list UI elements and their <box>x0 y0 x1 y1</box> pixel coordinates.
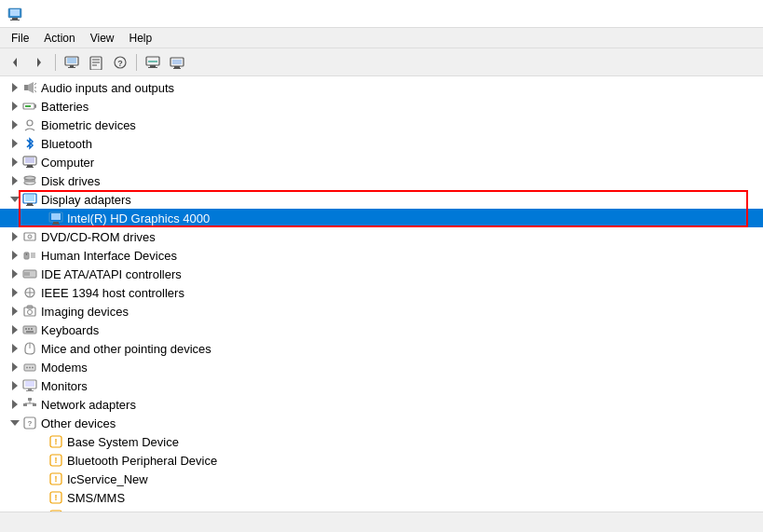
tree-item-disk[interactable]: Disk drives <box>0 171 763 190</box>
svg-rect-9 <box>68 67 75 68</box>
label-biometric: Biometric devices <box>41 118 136 132</box>
svg-rect-31 <box>34 104 36 108</box>
tree-item-modems[interactable]: Modems <box>0 358 763 376</box>
svg-point-50 <box>30 237 31 238</box>
toolbar-scan[interactable] <box>142 52 164 73</box>
label-mice: Mice and other pointing devices <box>41 342 211 356</box>
expander-computer[interactable] <box>7 155 22 170</box>
close-button[interactable] <box>728 6 756 22</box>
svg-rect-80 <box>28 398 32 401</box>
svg-rect-23 <box>173 68 181 69</box>
expander-display[interactable] <box>7 192 22 207</box>
tree-item-keyboards[interactable]: Keyboards <box>0 321 763 339</box>
svg-rect-47 <box>52 224 60 225</box>
tree-item-dvd[interactable]: DVD/CD-ROM drives <box>0 227 763 246</box>
expander-ieee[interactable] <box>7 285 22 300</box>
tree-item-basesystem[interactable]: !Base System Device <box>0 432 763 451</box>
maximize-button[interactable] <box>700 6 728 22</box>
tree-item-other[interactable]: ?Other devices <box>0 414 763 432</box>
menu-view[interactable]: View <box>83 30 122 47</box>
svg-rect-18 <box>150 65 156 67</box>
tree-item-btperipheral[interactable]: !Bluetooth Peripheral Device <box>0 451 763 470</box>
svg-point-74 <box>29 367 31 369</box>
expander-disk[interactable] <box>7 173 22 188</box>
menu-action[interactable]: Action <box>36 30 82 47</box>
expander-basesystem[interactable] <box>34 434 48 449</box>
label-display: Display adapters <box>41 193 131 207</box>
svg-rect-43 <box>26 205 34 206</box>
expander-keyboards[interactable] <box>7 322 22 337</box>
ieee-icon <box>22 285 37 300</box>
menu-file[interactable]: File <box>4 30 36 47</box>
toolbar-help[interactable]: ? <box>109 52 131 73</box>
label-smsmms2: SMS/MMS <box>67 510 125 512</box>
toolbar-properties[interactable] <box>85 52 107 73</box>
label-network: Network adapters <box>41 398 136 412</box>
svg-rect-69 <box>31 328 33 330</box>
expander-monitors[interactable] <box>7 378 22 393</box>
svg-point-75 <box>32 367 34 369</box>
ide-icon <box>22 266 37 281</box>
expander-biometric[interactable] <box>7 117 22 132</box>
toolbar-display[interactable] <box>166 52 188 73</box>
svg-text:?: ? <box>28 419 33 428</box>
expander-audio[interactable] <box>7 80 22 95</box>
label-other: Other devices <box>41 416 116 430</box>
display-icon <box>22 192 37 207</box>
tree-item-display[interactable]: Display adapters <box>0 190 763 209</box>
toolbar-back[interactable] <box>4 52 26 73</box>
svg-point-64 <box>28 310 33 315</box>
toolbar-forward[interactable] <box>28 52 50 73</box>
menu-help[interactable]: Help <box>122 30 160 47</box>
tree-item-hid[interactable]: Human Interface Devices <box>0 246 763 265</box>
modem-icon <box>22 360 37 375</box>
expander-imaging[interactable] <box>7 304 22 319</box>
tree-item-monitors[interactable]: Monitors <box>0 376 763 395</box>
tree-item-computer[interactable]: Computer <box>0 153 763 171</box>
tree-item-audio[interactable]: Audio inputs and outputs <box>0 78 763 97</box>
svg-rect-78 <box>28 389 32 390</box>
expander-hid[interactable] <box>7 248 22 263</box>
tree-item-batteries[interactable]: Batteries <box>0 97 763 116</box>
svg-rect-1 <box>10 9 20 16</box>
tree-item-biometric[interactable]: Biometric devices <box>0 116 763 134</box>
expander-batteries[interactable] <box>7 99 22 114</box>
expander-dvd[interactable] <box>7 229 22 244</box>
svg-marker-25 <box>28 82 34 93</box>
expander-icservice[interactable] <box>34 471 48 486</box>
svg-marker-4 <box>13 58 17 67</box>
tree-item-ide[interactable]: IDE ATA/ATAPI controllers <box>0 265 763 283</box>
svg-text:?: ? <box>117 59 123 68</box>
svg-rect-8 <box>70 65 74 67</box>
expander-other[interactable] <box>7 416 22 430</box>
expander-intel[interactable] <box>34 211 48 225</box>
svg-rect-30 <box>25 105 31 107</box>
disk-icon <box>22 173 37 188</box>
tree-item-icservice[interactable]: !IcService_New <box>0 470 763 488</box>
tree-item-ieee[interactable]: IEEE 1394 host controllers <box>0 283 763 302</box>
tree-item-imaging[interactable]: Imaging devices <box>0 302 763 321</box>
minimize-button[interactable] <box>672 6 700 22</box>
expander-mice[interactable] <box>7 341 22 356</box>
tree-item-smsmms1[interactable]: !SMS/MMS <box>0 488 763 507</box>
toolbar-sep-1 <box>55 54 56 71</box>
svg-rect-67 <box>25 328 27 330</box>
expander-btperipheral[interactable] <box>34 453 48 468</box>
tree-item-smsmms2[interactable]: !SMS/MMS <box>0 507 763 512</box>
expander-smsmms2[interactable] <box>34 509 48 512</box>
tree-item-bluetooth[interactable]: Bluetooth <box>0 134 763 153</box>
hid-icon <box>22 248 37 263</box>
expander-bluetooth[interactable] <box>7 136 22 151</box>
expander-modems[interactable] <box>7 360 22 375</box>
tree-item-intel[interactable]: Intel(R) HD Graphics 4000 <box>0 209 763 227</box>
label-disk: Disk drives <box>41 174 101 188</box>
expander-ide[interactable] <box>7 266 22 281</box>
expander-network[interactable] <box>7 397 22 412</box>
tree-item-mice[interactable]: Mice and other pointing devices <box>0 339 763 358</box>
svg-line-26 <box>34 83 36 85</box>
toolbar-sep-2 <box>136 54 137 71</box>
device-tree[interactable]: Audio inputs and outputsBatteriesBiometr… <box>0 76 763 512</box>
toolbar-computer[interactable] <box>61 52 83 73</box>
expander-smsmms1[interactable] <box>34 490 48 505</box>
tree-item-network[interactable]: Network adapters <box>0 395 763 414</box>
